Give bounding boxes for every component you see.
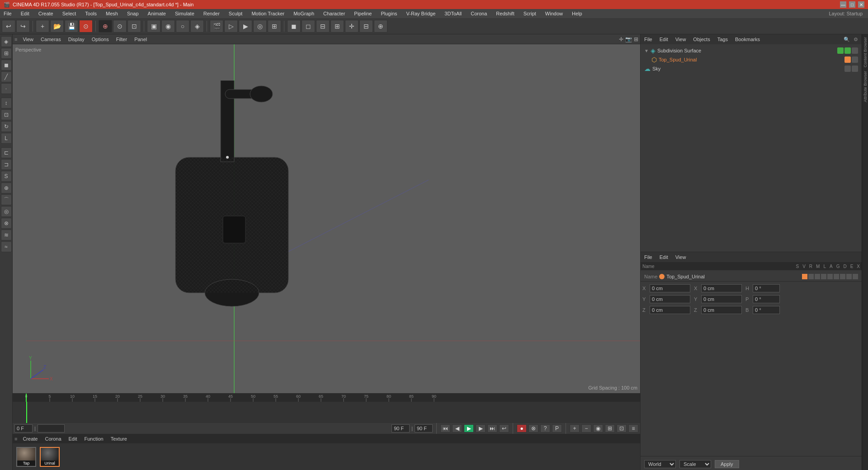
sidebar-tool3-btn[interactable]: S bbox=[1, 171, 12, 182]
vp-icon-camera[interactable]: 📷 bbox=[625, 36, 632, 42]
sidebar-tool4-btn[interactable]: ⊕ bbox=[1, 183, 12, 193]
play-btn[interactable]: ▶ bbox=[464, 424, 474, 432]
sidebar-scale-btn[interactable]: ⊡ bbox=[1, 109, 12, 120]
sidebar-live-btn[interactable]: L bbox=[1, 133, 12, 144]
attr-menu-view[interactable]: View bbox=[674, 254, 688, 260]
coord-y-pos[interactable] bbox=[650, 295, 690, 303]
menu-help[interactable]: Help bbox=[570, 11, 584, 16]
axis-btn[interactable]: ⊕ bbox=[374, 20, 387, 33]
menu-plugins[interactable]: Plugins bbox=[379, 11, 399, 16]
timeline-btn[interactable]: ⊞ bbox=[268, 20, 281, 33]
coord-x-hpb[interactable] bbox=[753, 284, 780, 292]
vp-menu-view[interactable]: View bbox=[21, 37, 35, 42]
sidebar-sculpt-btn[interactable]: ◎ bbox=[1, 206, 12, 217]
menu-vray[interactable]: V-Ray Bridge bbox=[405, 11, 438, 16]
menu-window[interactable]: Window bbox=[543, 11, 565, 16]
menu-snap[interactable]: Snap bbox=[125, 11, 141, 16]
go-end-btn[interactable]: ⏭ bbox=[487, 424, 497, 432]
vp-menu-filter[interactable]: Filter bbox=[114, 37, 129, 42]
render-btn[interactable]: ⊙ bbox=[79, 20, 93, 33]
display-shading-btn[interactable]: ◼ bbox=[287, 20, 301, 33]
timeline-track[interactable] bbox=[13, 402, 640, 423]
mat-menu-create[interactable]: Create bbox=[21, 436, 39, 442]
sidebar-brush-btn[interactable]: ⌒ bbox=[1, 194, 12, 205]
sidebar-sculpt4-btn[interactable]: ≈ bbox=[1, 241, 12, 252]
menu-character[interactable]: Character bbox=[321, 11, 347, 16]
attr-menu-edit[interactable]: Edit bbox=[658, 254, 670, 260]
coord-z-rot[interactable] bbox=[701, 306, 742, 314]
menu-redshift[interactable]: Redshift bbox=[494, 11, 516, 16]
key-all-btn[interactable]: ⊞ bbox=[605, 424, 615, 432]
material-urinal[interactable]: Urinal bbox=[40, 447, 60, 467]
mat-menu-edit[interactable]: Edit bbox=[67, 436, 79, 442]
render-all-btn[interactable]: ▶ bbox=[239, 20, 252, 33]
obj-menu-bookmarks[interactable]: Bookmarks bbox=[733, 37, 762, 42]
display-line-btn[interactable]: ⊟ bbox=[316, 20, 330, 33]
mat-menu-function[interactable]: Function bbox=[83, 436, 105, 442]
menu-simulate[interactable]: Simulate bbox=[173, 11, 196, 16]
menu-mograph[interactable]: MoGraph bbox=[292, 11, 316, 16]
open-btn[interactable]: 📂 bbox=[50, 20, 64, 33]
menu-motion-tracker[interactable]: Motion Tracker bbox=[250, 11, 286, 16]
display-wire-btn[interactable]: ◻ bbox=[302, 20, 315, 33]
save-btn[interactable]: 💾 bbox=[65, 20, 78, 33]
menu-sculpt[interactable]: Sculpt bbox=[227, 11, 245, 16]
go-start-btn[interactable]: ⏮ bbox=[440, 424, 450, 432]
model-btn[interactable]: ◉ bbox=[161, 20, 175, 33]
coord-y-rot[interactable] bbox=[701, 295, 742, 303]
maximize-btn[interactable]: □ bbox=[849, 1, 855, 8]
next-frame-btn[interactable]: ▶ bbox=[476, 424, 486, 432]
close-btn[interactable]: ✕ bbox=[858, 1, 864, 8]
vp-menu-panel[interactable]: Panel bbox=[132, 37, 149, 42]
keyframe-add-btn[interactable]: + bbox=[570, 424, 580, 432]
sidebar-polygon-btn[interactable]: ◼ bbox=[1, 60, 12, 70]
anim-layer-btn[interactable]: P bbox=[552, 424, 562, 432]
strip-attribute-browser[interactable]: Attribute Browser bbox=[863, 69, 868, 104]
material-editor-btn[interactable]: ◎ bbox=[253, 20, 267, 33]
sidebar-move-btn[interactable]: ↕ bbox=[1, 98, 12, 108]
sidebar-rotate-btn[interactable]: ↻ bbox=[1, 121, 12, 132]
sidebar-point-btn[interactable]: · bbox=[1, 83, 12, 94]
world-select[interactable]: World Object bbox=[644, 460, 676, 468]
menu-3dtoall[interactable]: 3DToAll bbox=[443, 11, 463, 16]
frame-end2-input[interactable] bbox=[415, 424, 433, 432]
texture-btn[interactable]: ◈ bbox=[190, 20, 204, 33]
sidebar-edge-btn[interactable]: ╱ bbox=[1, 71, 12, 82]
record-btn[interactable]: ● bbox=[517, 424, 527, 432]
render-view-btn[interactable]: 🎬 bbox=[210, 20, 223, 33]
sidebar-mesh-btn[interactable]: ⊞ bbox=[1, 48, 12, 59]
menu-pipeline[interactable]: Pipeline bbox=[352, 11, 373, 16]
strip-content-browser[interactable]: Content Browser bbox=[863, 35, 868, 69]
obj-menu-tags[interactable]: Tags bbox=[716, 37, 730, 42]
key-opt-btn[interactable]: ⊡ bbox=[617, 424, 627, 432]
obj-menu-file[interactable]: File bbox=[642, 37, 654, 42]
sidebar-model-btn[interactable]: ◈ bbox=[1, 36, 12, 47]
menu-mesh[interactable]: Mesh bbox=[104, 11, 120, 16]
menu-tools[interactable]: Tools bbox=[83, 11, 99, 16]
coord-x-rot[interactable] bbox=[701, 284, 742, 292]
redo-btn[interactable]: ↪ bbox=[16, 20, 30, 33]
select-btn[interactable]: ▣ bbox=[147, 20, 160, 33]
menu-corona[interactable]: Corona bbox=[469, 11, 489, 16]
object-btn[interactable]: ○ bbox=[176, 20, 189, 33]
grid-btn[interactable]: ⊟ bbox=[359, 20, 373, 33]
material-tap[interactable]: Tap bbox=[16, 447, 36, 467]
vp-menu-display[interactable]: Display bbox=[66, 37, 86, 42]
motion-clip-btn[interactable]: ? bbox=[540, 424, 550, 432]
obj-search-icon[interactable]: 🔍 bbox=[844, 37, 850, 42]
vp-icon-move[interactable]: ✛ bbox=[619, 36, 623, 42]
more-btn[interactable]: ≡ bbox=[628, 424, 638, 432]
menu-create[interactable]: Create bbox=[37, 11, 55, 16]
sidebar-sculpt3-btn[interactable]: ≋ bbox=[1, 230, 12, 240]
mat-menu-texture[interactable]: Texture bbox=[109, 436, 129, 442]
coord-z-pos[interactable] bbox=[650, 306, 690, 314]
coord-z-hpb[interactable] bbox=[753, 306, 780, 314]
menu-script[interactable]: Script bbox=[522, 11, 538, 16]
vp-menu-cameras[interactable]: Cameras bbox=[39, 37, 63, 42]
frame-start-input[interactable] bbox=[14, 424, 33, 432]
coord-x-pos[interactable] bbox=[650, 284, 690, 292]
obj-menu-view[interactable]: View bbox=[674, 37, 688, 42]
menu-select[interactable]: Select bbox=[61, 11, 78, 16]
attr-menu-file[interactable]: File bbox=[642, 254, 654, 260]
loop-btn[interactable]: ↩ bbox=[499, 424, 509, 432]
